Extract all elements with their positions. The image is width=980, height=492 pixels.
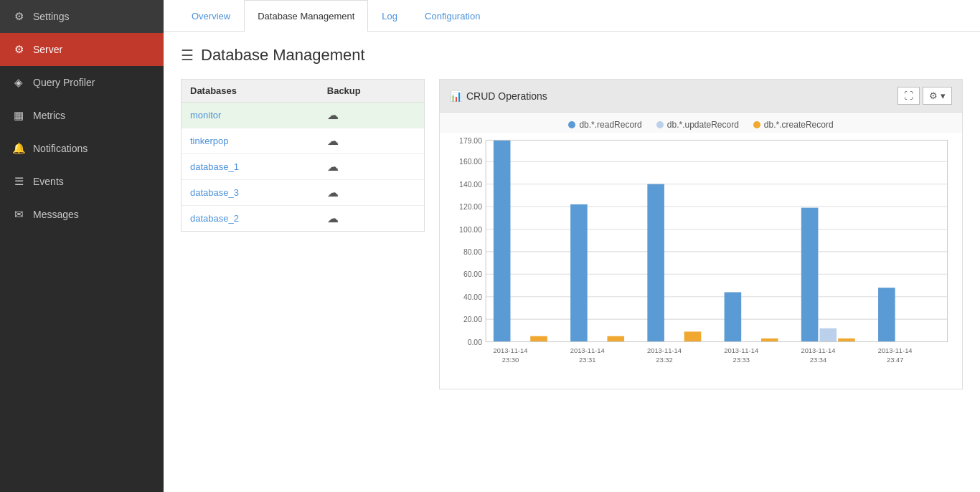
chart-controls: ⛶ ⚙ ▾ [897, 87, 952, 105]
database-link[interactable]: database_2 [190, 213, 239, 224]
tab-log[interactable]: Log [368, 0, 411, 32]
sidebar-label-notifications: Notifications [33, 143, 88, 154]
svg-text:2013-11-1423:47: 2013-11-1423:47 [878, 347, 913, 363]
svg-text:160.00: 160.00 [459, 158, 482, 166]
sidebar-item-events[interactable]: ☰ Events [0, 165, 164, 198]
col-backup: Backup [319, 80, 424, 103]
sidebar-label-query-profiler: Query Profiler [33, 77, 95, 88]
svg-rect-24 [607, 336, 624, 342]
backup-icon[interactable]: ☁ [327, 186, 339, 199]
settings-icon: ⚙ [11, 10, 26, 23]
page-title-icon: ☰ [181, 47, 194, 64]
svg-rect-30 [761, 339, 778, 342]
database-link[interactable]: database_1 [190, 161, 239, 172]
chart-settings-button[interactable]: ⚙ ▾ [923, 87, 952, 105]
sidebar: ⚙ Settings ⚙ Server ◈ Query Profiler ▦ M… [0, 0, 164, 492]
svg-text:20.00: 20.00 [463, 316, 482, 323]
sidebar-label-messages: Messages [33, 209, 79, 220]
legend-item: db.*.readRecord [568, 120, 641, 130]
svg-rect-36 [878, 288, 895, 341]
svg-text:2013-11-1423:33: 2013-11-1423:33 [724, 347, 758, 363]
svg-text:2013-11-1423:32: 2013-11-1423:32 [647, 347, 682, 363]
sidebar-item-metrics[interactable]: ▦ Metrics [0, 99, 164, 132]
chart-title: 📊 CRUD Operations [450, 90, 547, 102]
sidebar-item-server[interactable]: ⚙ Server [0, 33, 164, 66]
svg-rect-20 [494, 140, 511, 341]
page-heading: ☰ Database Management [181, 46, 963, 65]
table-row: monitor ☁ [182, 103, 424, 128]
table-row: database_2 ☁ [182, 206, 424, 232]
svg-text:2013-11-1423:30: 2013-11-1423:30 [494, 347, 528, 363]
database-table-container: Databases Backup monitor ☁ tinkerpop ☁ d… [181, 79, 425, 232]
legend-label: db.*.updateRecord [667, 120, 739, 130]
chart-svg: 0.0020.0040.0060.0080.00100.00120.00140.… [447, 133, 955, 379]
messages-icon: ✉ [11, 208, 26, 221]
sidebar-item-query-profiler[interactable]: ◈ Query Profiler [0, 66, 164, 99]
svg-text:60.00: 60.00 [463, 270, 482, 278]
content-layout: Databases Backup monitor ☁ tinkerpop ☁ d… [181, 79, 963, 389]
content-area: ☰ Database Management Databases Backup m… [164, 32, 980, 492]
metrics-icon: ▦ [11, 109, 26, 122]
database-table: Databases Backup monitor ☁ tinkerpop ☁ d… [182, 80, 424, 231]
svg-text:179.00: 179.00 [459, 137, 482, 145]
chart-legend: db.*.readRecord db.*.updateRecord db.*.c… [440, 113, 962, 133]
notifications-icon: 🔔 [11, 142, 26, 155]
chart-expand-button[interactable]: ⛶ [897, 87, 920, 105]
sidebar-item-notifications[interactable]: 🔔 Notifications [0, 132, 164, 165]
sidebar-item-messages[interactable]: ✉ Messages [0, 198, 164, 231]
sidebar-label-settings: Settings [33, 11, 70, 22]
chart-header: 📊 CRUD Operations ⛶ ⚙ ▾ [440, 80, 962, 113]
svg-rect-34 [838, 339, 855, 342]
crud-chart-panel: 📊 CRUD Operations ⛶ ⚙ ▾ db.*.readRecord … [439, 79, 963, 389]
chart-title-icon: 📊 [450, 90, 462, 102]
svg-text:0.00: 0.00 [468, 339, 482, 346]
table-row: tinkerpop ☁ [182, 128, 424, 154]
table-row: database_1 ☁ [182, 154, 424, 180]
legend-dot [568, 121, 575, 128]
legend-label: db.*.readRecord [579, 120, 641, 130]
legend-item: db.*.createRecord [753, 120, 834, 130]
svg-text:100.00: 100.00 [459, 226, 482, 234]
backup-icon[interactable]: ☁ [327, 161, 339, 173]
svg-text:140.00: 140.00 [459, 181, 482, 189]
server-icon: ⚙ [11, 43, 26, 56]
svg-text:2013-11-1423:31: 2013-11-1423:31 [570, 347, 605, 363]
table-row: database_3 ☁ [182, 180, 424, 206]
events-icon: ☰ [11, 175, 26, 188]
backup-icon[interactable]: ☁ [327, 109, 339, 121]
legend-item: db.*.updateRecord [656, 120, 739, 130]
col-databases: Databases [182, 80, 319, 103]
database-link[interactable]: tinkerpop [190, 136, 228, 146]
page-title-text: Database Management [201, 46, 365, 65]
sidebar-label-metrics: Metrics [33, 110, 65, 121]
sidebar-label-events: Events [33, 176, 64, 187]
backup-icon[interactable]: ☁ [327, 135, 339, 147]
database-link[interactable]: monitor [190, 110, 221, 120]
svg-text:2013-11-1423:34: 2013-11-1423:34 [801, 347, 835, 363]
backup-icon[interactable]: ☁ [327, 212, 339, 224]
sidebar-label-server: Server [33, 44, 62, 55]
svg-rect-27 [684, 331, 702, 341]
tab-database-management[interactable]: Database Management [244, 0, 368, 32]
main-content: OverviewDatabase ManagementLogConfigurat… [164, 0, 980, 492]
svg-rect-33 [820, 328, 837, 342]
svg-rect-32 [801, 208, 819, 342]
tab-configuration[interactable]: Configuration [411, 0, 494, 32]
svg-rect-29 [725, 292, 742, 341]
tab-bar: OverviewDatabase ManagementLogConfigurat… [164, 0, 980, 32]
chart-body: 0.0020.0040.0060.0080.00100.00120.00140.… [440, 133, 962, 389]
query-profiler-icon: ◈ [11, 76, 26, 89]
svg-text:120.00: 120.00 [459, 203, 482, 211]
svg-rect-26 [647, 184, 664, 342]
sidebar-item-settings[interactable]: ⚙ Settings [0, 0, 164, 33]
legend-dot [753, 121, 760, 128]
legend-label: db.*.createRecord [764, 120, 834, 130]
tab-overview[interactable]: Overview [178, 0, 244, 32]
database-link[interactable]: database_3 [190, 187, 239, 198]
svg-rect-23 [570, 204, 588, 342]
legend-dot [656, 121, 664, 128]
chart-title-text: CRUD Operations [466, 90, 547, 102]
svg-text:40.00: 40.00 [463, 293, 482, 301]
svg-rect-21 [530, 336, 547, 342]
svg-text:80.00: 80.00 [463, 248, 482, 256]
